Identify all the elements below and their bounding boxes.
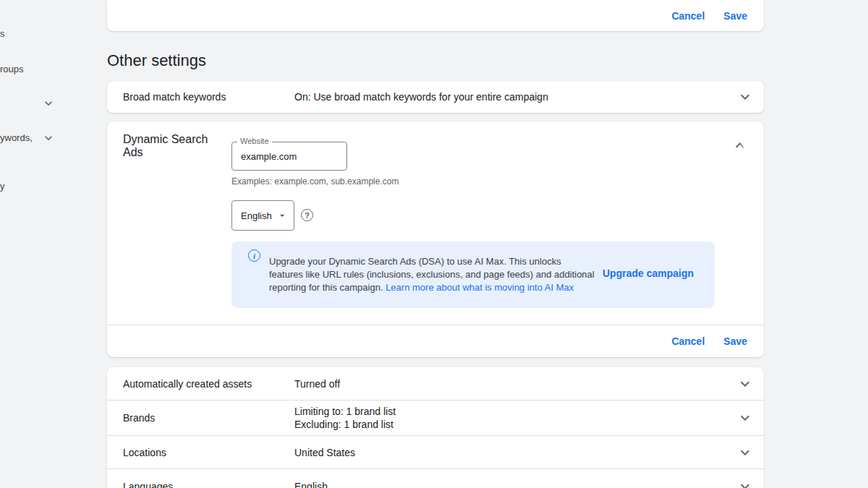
dsa-footer-actions: Cancel Save xyxy=(107,325,764,357)
website-helper-text: Examples: example.com, sub.example.com xyxy=(231,176,399,187)
language-select[interactable]: English xyxy=(231,200,294,231)
upgrade-campaign-link[interactable]: Upgrade campaign xyxy=(603,267,694,279)
broad-match-keywords-row[interactable]: Broad match keywords On: Use broad match… xyxy=(107,81,764,113)
learn-more-link[interactable]: Learn more about what is moving into AI … xyxy=(386,282,574,293)
save-button[interactable]: Save xyxy=(716,4,754,27)
chevron-down-icon[interactable] xyxy=(736,375,754,393)
info-icon: i xyxy=(248,249,260,262)
save-button[interactable]: Save xyxy=(716,330,754,353)
sidebar-item-fragment[interactable]: y xyxy=(0,181,5,192)
chevron-down-icon[interactable] xyxy=(736,409,754,427)
chevron-down-icon[interactable] xyxy=(736,444,754,461)
dropdown-arrow-icon xyxy=(276,208,288,223)
chevron-down-icon[interactable] xyxy=(41,131,56,145)
language-select-value: English xyxy=(241,210,272,221)
setting-value: On: Use broad match keywords for your en… xyxy=(294,90,728,103)
brands-limiting-line: Limiting to: 1 brand list xyxy=(294,405,728,418)
chevron-down-icon[interactable] xyxy=(736,88,754,106)
sidebar-item-fragment[interactable]: s xyxy=(0,28,5,39)
cancel-button[interactable]: Cancel xyxy=(664,4,712,27)
cancel-button[interactable]: Cancel xyxy=(664,330,712,353)
chevron-down-icon[interactable] xyxy=(736,478,754,488)
setting-label: Automatically created assets xyxy=(123,378,294,390)
top-edit-panel: Cancel Save xyxy=(107,0,764,31)
setting-value: Turned off xyxy=(294,377,728,390)
setting-value: Limiting to: 1 brand list Excluding: 1 b… xyxy=(294,405,728,431)
setting-value: English xyxy=(294,480,728,488)
settings-accordion: Automatically created assets Turned off … xyxy=(107,367,764,488)
brands-excluding-line: Excluding: 1 brand list xyxy=(294,418,728,431)
banner-text: Upgrade your Dynamic Search Ads (DSA) to… xyxy=(269,255,596,294)
languages-row[interactable]: Languages English xyxy=(107,468,764,488)
sidebar-item-fragment[interactable]: roups xyxy=(0,64,24,74)
campaign-settings-screen: s roups ywords, y Cancel Save Other sett… xyxy=(0,0,868,488)
help-icon[interactable]: ? xyxy=(301,209,313,221)
website-input[interactable] xyxy=(231,142,347,171)
setting-label: Broad match keywords xyxy=(123,91,294,103)
automatically-created-assets-row[interactable]: Automatically created assets Turned off xyxy=(107,367,764,400)
setting-label: Brands xyxy=(123,412,294,424)
ai-max-upgrade-banner: i Upgrade your Dynamic Search Ads (DSA) … xyxy=(231,241,715,308)
website-field-label: Website xyxy=(237,137,272,145)
page-title: Other settings xyxy=(107,51,206,70)
chevron-up-icon[interactable] xyxy=(731,137,749,154)
chevron-down-icon[interactable] xyxy=(41,96,56,111)
panel-title: Dynamic Search Ads xyxy=(123,133,217,159)
locations-row[interactable]: Locations United States xyxy=(107,435,764,468)
setting-label: Locations xyxy=(123,447,294,458)
setting-value: United States xyxy=(294,446,728,459)
website-field-wrap: Website xyxy=(231,142,347,171)
brands-row[interactable]: Brands Limiting to: 1 brand list Excludi… xyxy=(107,400,764,435)
setting-label: Languages xyxy=(123,481,294,488)
dynamic-search-ads-panel: Dynamic Search Ads Website Examples: exa… xyxy=(107,121,764,357)
sidebar-item-fragment[interactable]: ywords, xyxy=(0,132,33,143)
